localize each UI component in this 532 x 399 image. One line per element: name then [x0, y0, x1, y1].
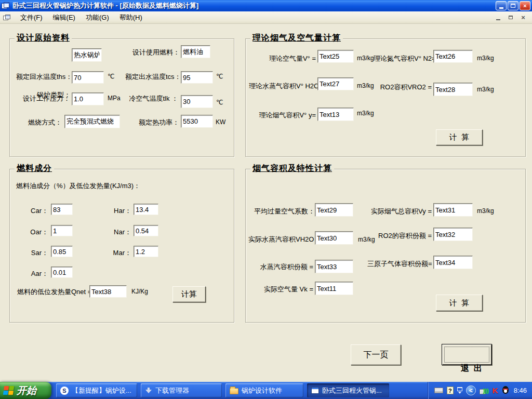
qq-messenger-icon[interactable] [502, 386, 509, 395]
h2o-share-input[interactable] [315, 260, 353, 273]
cold-air-temp-label: 冷空气温度tlk ： [124, 94, 178, 103]
h2o-actual-input[interactable] [315, 231, 353, 245]
theory-air-input[interactable] [317, 50, 354, 63]
return-temp-label: 额定回水温度ths： [16, 72, 70, 82]
ro2-share-input[interactable] [433, 228, 473, 241]
mdi-minimize-button[interactable] [494, 14, 503, 21]
fuel-used-label: 设计使用燃料： [129, 48, 180, 57]
window-title: 卧式三回程火管锅炉热力计算软件 - [原始数据及燃料燃烧计算] [12, 1, 198, 10]
excess-air-label: 平均过量空气系数： [254, 207, 313, 216]
minimize-button[interactable] [496, 1, 507, 10]
theory-ro2-label: RO2容积VRO2 = [374, 83, 432, 92]
next-page-button[interactable]: 下一页 [351, 344, 401, 365]
excess-air-input[interactable] [315, 203, 353, 217]
taskbar-task-folder[interactable]: 锅炉设计软件 [225, 383, 303, 397]
panel-fuel-title: 燃料成分 [15, 163, 54, 174]
task-label: 【新提醒】锅炉设... [72, 386, 131, 395]
desktop-screen: 卧式三回程火管锅炉热力计算软件 - [原始数据及燃料燃烧计算] × 文件(F) … [0, 0, 532, 399]
nar-input[interactable] [134, 225, 158, 236]
start-label: 开始 [17, 384, 36, 397]
task-label: 锅炉设计软件 [242, 386, 282, 395]
fuel-used-input[interactable] [181, 45, 210, 58]
taskbar-task-download-manager[interactable]: 下载管理器 [141, 383, 222, 397]
oar-input[interactable] [51, 225, 73, 236]
theory-flue-input[interactable] [317, 108, 354, 121]
car-input[interactable] [51, 204, 73, 215]
cold-air-temp-input[interactable] [181, 95, 213, 108]
combustion-mode-label: 燃烧方式： [21, 118, 62, 127]
qnet-unit: KJ/Kg [131, 288, 148, 295]
theory-air-unit: m3/kg [357, 55, 374, 62]
total-flue-label: 实际烟气总容积Vy = [367, 207, 432, 216]
sar-input[interactable] [51, 246, 73, 257]
work-pressure-unit: MPa [108, 95, 121, 102]
theory-h2o-input[interactable] [317, 77, 354, 90]
triatomic-share-input[interactable] [433, 256, 473, 269]
aar-label: Aar： [28, 269, 48, 278]
rated-power-label: 额定热功率： [129, 118, 179, 127]
outlet-temp-input[interactable] [181, 71, 213, 84]
theory-flue-label: 理论烟气容积V° y= [255, 111, 316, 120]
task-label: 下载管理器 [155, 386, 189, 395]
har-label: Har： [111, 206, 131, 216]
exit-button[interactable]: 退 出 [442, 344, 492, 365]
actual-air-input[interactable] [315, 282, 353, 295]
work-pressure-input[interactable] [72, 92, 104, 105]
restore-button[interactable] [508, 1, 518, 10]
mar-input[interactable] [134, 246, 158, 257]
panel-flue-title: 烟气容积及特性计算 [250, 163, 334, 174]
panel-theory-calc: 理论烟气及空气量计算 理论空气量V° = m3/kg 理论氮气容积V° N2= … [245, 38, 526, 157]
exit-button-label: 退 出 [461, 364, 482, 373]
aar-input[interactable] [51, 267, 73, 278]
menu-help[interactable]: 帮助(H) [114, 11, 148, 24]
theory-calc-button[interactable]: 计 算 [436, 129, 483, 145]
task-label: 卧式三回程火管锅... [322, 386, 382, 395]
mdi-close-button[interactable]: × [518, 14, 528, 21]
theory-air-label: 理论空气量V° = [255, 54, 316, 63]
panel-fuel-composition: 燃料成分 燃料油成分（%）及低位发热量(KJ/m3)： Car： Har： Oa… [9, 169, 234, 323]
taskbar-task-boiler-app[interactable]: 卧式三回程火管锅... [307, 383, 389, 397]
theory-flue-unit: m3/kg [357, 110, 374, 117]
total-flue-input[interactable] [433, 203, 473, 217]
combustion-mode-input[interactable] [64, 115, 120, 128]
menu-function[interactable]: 功能(G) [81, 11, 114, 24]
flue-calc-button[interactable]: 计 算 [436, 295, 483, 311]
boiler-type-input[interactable] [72, 48, 102, 62]
rated-power-input[interactable] [181, 115, 213, 128]
hidden-icons-icon[interactable] [457, 387, 462, 394]
panel-design-data: 设计原始资料 锅炉类型： 设计使用燃料： 额定回水温度ths： ℃ 额定出水温度… [9, 38, 234, 157]
mdi-restore-button[interactable] [506, 14, 515, 21]
oar-label: Oar： [28, 228, 48, 237]
network-status-icon[interactable]: ))) [480, 387, 489, 394]
theory-ro2-input[interactable] [433, 83, 473, 96]
help-tray-icon[interactable]: ? [447, 387, 454, 394]
mdi-child-icon[interactable] [3, 15, 11, 21]
mar-label: Mar： [111, 248, 131, 258]
work-pressure-label: 设计工作压力： [16, 94, 70, 103]
menu-bar: 文件(F) 编辑(E) 功能(G) 帮助(H) × [0, 11, 532, 24]
qnet-input[interactable] [89, 285, 127, 298]
fuel-calc-button[interactable]: 计算 [172, 286, 206, 302]
collapse-tray-icon[interactable]: < [466, 385, 476, 395]
cold-air-temp-unit: ℃ [216, 99, 223, 106]
close-button[interactable]: × [520, 1, 530, 10]
menu-edit[interactable]: 编辑(E) [48, 11, 81, 24]
taskbar: 开始 S 【新提醒】锅炉设... 下载管理器 锅炉设计软件 卧式三回程火管锅..… [0, 382, 532, 399]
taskbar-task-browser[interactable]: S 【新提醒】锅炉设... [56, 383, 137, 397]
har-input[interactable] [134, 204, 158, 215]
system-tray: ? < ))) K 8:46 [428, 382, 532, 399]
windows-logo-icon [3, 386, 14, 395]
return-temp-input[interactable] [72, 71, 104, 84]
theory-n2-input[interactable] [433, 50, 473, 63]
sar-label: Sar： [28, 248, 48, 258]
panel-design-title: 设计原始资料 [15, 33, 72, 44]
triatomic-share-label: 三原子气体容积份额= [367, 259, 432, 269]
menu-file[interactable]: 文件(F) [15, 11, 48, 24]
start-button[interactable]: 开始 [0, 382, 51, 399]
outlet-temp-label: 额定出水温度tcs： [125, 72, 179, 82]
fuel-subtitle: 燃料油成分（%）及低位发热量(KJ/m3)： [16, 181, 140, 191]
qnet-label: 燃料的低位发热量Qnet = [17, 287, 91, 297]
actual-air-label: 实际空气量 Vk = [254, 285, 313, 294]
antivirus-icon[interactable]: K [493, 386, 498, 395]
keyboard-layout-icon[interactable] [434, 388, 443, 393]
